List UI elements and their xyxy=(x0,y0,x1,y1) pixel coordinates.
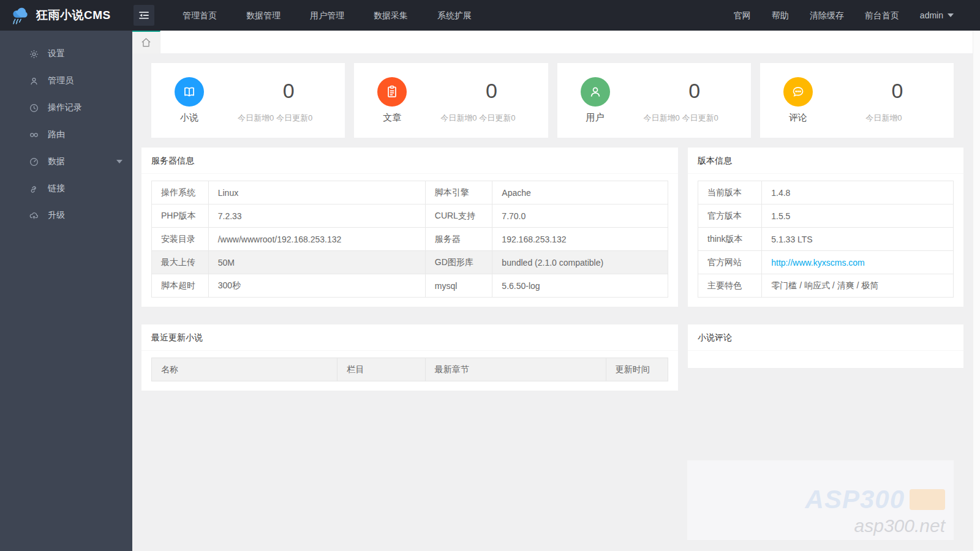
sidebar-item-label: 升级 xyxy=(48,210,65,221)
panel-title: 服务器信息 xyxy=(141,148,678,174)
nav-item-official-site[interactable]: 官网 xyxy=(723,0,761,31)
recent-novels-panel: 最近更新小说 名称 栏目 最新章节 更新时间 xyxy=(141,324,678,391)
logo[interactable]: 狂雨小说CMS xyxy=(0,5,132,26)
table-row: 官方版本 1.5.5 xyxy=(698,204,954,228)
app-root: 狂雨小说CMS 管理首页 数据管理 用户管理 数据采集 系统扩展 官网 帮助 清… xyxy=(0,0,980,551)
main-menu: 管理首页 数据管理 用户管理 数据采集 系统扩展 xyxy=(168,0,486,31)
stat-card-users: 用户 0 今日新增0 今日更新0 xyxy=(557,63,751,138)
stat-value: 0 xyxy=(891,79,903,103)
stat-value: 0 xyxy=(688,79,700,103)
table-row: 当前版本 1.4.8 xyxy=(698,181,954,204)
sidebar-item-label: 链接 xyxy=(48,183,65,194)
logo-cloud-icon xyxy=(10,5,31,26)
home-icon xyxy=(140,37,152,48)
stat-value: 0 xyxy=(486,79,497,103)
nav-item-user-manage[interactable]: 用户管理 xyxy=(295,0,359,31)
secondary-menu: 官网 帮助 清除缓存 前台首页 admin xyxy=(723,0,980,31)
gear-icon xyxy=(29,49,39,59)
sidebar-item-label: 管理员 xyxy=(48,75,74,86)
stat-subtitle: 今日新增0 今日更新0 xyxy=(440,113,515,124)
nav-item-data-manage[interactable]: 数据管理 xyxy=(232,0,295,31)
admin-user-icon xyxy=(29,76,39,86)
column-header: 最新章节 xyxy=(425,358,606,381)
sidebar-collapse-button[interactable] xyxy=(134,5,154,26)
user-menu[interactable]: admin xyxy=(910,0,964,31)
version-info-table: 当前版本 1.4.8 官方版本 1.5.5 think版本 5.1.33 LTS xyxy=(698,181,954,298)
nav-item-data-collect[interactable]: 数据采集 xyxy=(359,0,423,31)
novel-comments-panel: 小说评论 xyxy=(688,324,963,368)
sidebar: 设置 管理员 操作记录 xyxy=(0,31,132,551)
top-navbar: 狂雨小说CMS 管理首页 数据管理 用户管理 数据采集 系统扩展 官网 帮助 清… xyxy=(0,0,980,31)
sidebar-item-admins[interactable]: 管理员 xyxy=(0,67,132,94)
recent-novels-table: 名称 栏目 最新章节 更新时间 xyxy=(151,358,668,381)
chevron-down-icon xyxy=(948,13,954,17)
panel-title: 最近更新小说 xyxy=(141,324,678,351)
table-row: 官方网站 http://www.kyxscms.com xyxy=(698,251,954,274)
tab-home[interactable] xyxy=(132,31,160,53)
nav-item-system-extend[interactable]: 系统扩展 xyxy=(423,0,486,31)
watermark-panel: ASP300 asp300.net xyxy=(687,460,954,540)
stat-label: 用户 xyxy=(586,112,605,124)
clock-icon xyxy=(29,103,39,113)
stat-subtitle: 今日新增0 xyxy=(865,113,902,124)
nav-item-admin-home[interactable]: 管理首页 xyxy=(168,0,232,31)
sidebar-item-label: 设置 xyxy=(48,48,65,59)
official-website-link[interactable]: http://www.kyxscms.com xyxy=(771,258,864,268)
nav-item-clear-cache[interactable]: 清除缓存 xyxy=(799,0,854,31)
column-header: 名称 xyxy=(152,358,337,381)
stat-label: 评论 xyxy=(789,112,807,124)
stat-card-novels: 小说 0 今日新增0 今日更新0 xyxy=(151,63,345,138)
sidebar-item-upgrade[interactable]: 升级 xyxy=(0,202,132,229)
sidebar-item-operation-log[interactable]: 操作记录 xyxy=(0,94,132,121)
panel-title: 小说评论 xyxy=(688,324,963,351)
comment-icon xyxy=(783,77,813,107)
stat-card-comments: 评论 0 今日新增0 xyxy=(760,63,954,138)
stat-value: 0 xyxy=(283,79,295,103)
link-icon xyxy=(29,184,39,194)
person-icon xyxy=(581,77,610,107)
stat-label: 小说 xyxy=(180,112,198,124)
stat-subtitle: 今日新增0 今日更新0 xyxy=(238,113,312,124)
column-header: 更新时间 xyxy=(606,358,668,381)
table-row: think版本 5.1.33 LTS xyxy=(698,228,954,251)
sidebar-item-routes[interactable]: 路由 xyxy=(0,121,132,148)
stat-subtitle: 今日新增0 今日更新0 xyxy=(644,113,718,124)
watermark-brand: ASP300 xyxy=(805,485,905,514)
gauge-icon xyxy=(29,157,39,167)
sidebar-item-settings[interactable]: 设置 xyxy=(0,40,132,67)
stat-label: 文章 xyxy=(383,112,401,124)
panel-title: 版本信息 xyxy=(688,148,963,174)
clipboard-icon xyxy=(377,77,407,107)
version-info-panel: 版本信息 当前版本 1.4.8 官方版本 1. xyxy=(688,148,963,307)
table-row: 主要特色 零门槛 / 响应式 / 清爽 / 极简 xyxy=(698,274,954,298)
server-info-table: 操作系统Linux 脚本引擎Apache PHP版本7.2.33 CURL支持7… xyxy=(151,181,668,298)
nav-item-help[interactable]: 帮助 xyxy=(761,0,799,31)
table-row: PHP版本7.2.33 CURL支持7.70.0 xyxy=(152,204,668,228)
app-title: 狂雨小说CMS xyxy=(36,7,111,23)
collapse-icon xyxy=(138,9,150,21)
stat-cards-row: 小说 0 今日新增0 今日更新0 文章 xyxy=(141,63,963,138)
sidebar-item-label: 路由 xyxy=(48,129,65,140)
watermark-domain: asp300.net xyxy=(805,515,945,536)
tab-strip xyxy=(132,31,973,53)
book-icon xyxy=(175,77,204,107)
sidebar-item-label: 数据 xyxy=(48,156,65,167)
username: admin xyxy=(920,0,943,31)
stat-card-articles: 文章 0 今日新增0 今日更新0 xyxy=(354,63,548,138)
column-header: 栏目 xyxy=(337,358,425,381)
table-header-row: 名称 栏目 最新章节 更新时间 xyxy=(152,358,668,381)
watermark-badge xyxy=(910,489,945,510)
table-row: 操作系统Linux 脚本引擎Apache xyxy=(152,181,668,204)
table-row: 脚本超时300秒 mysql5.6.50-log xyxy=(152,274,668,298)
table-row: 最大上传50M GD图形库bundled (2.1.0 compatible) xyxy=(152,251,668,274)
server-info-panel: 服务器信息 操作系统Linux 脚本引擎Apache PHP版本7.2.33 xyxy=(141,148,678,307)
nav-item-front-home[interactable]: 前台首页 xyxy=(854,0,910,31)
chevron-down-icon xyxy=(116,160,123,163)
sidebar-item-data[interactable]: 数据 xyxy=(0,148,132,175)
empty-comments-body xyxy=(688,351,963,368)
table-row: 安装目录/www/wwwroot/192.168.253.132 服务器192.… xyxy=(152,228,668,251)
route-icon xyxy=(29,130,39,140)
scrollbar[interactable] xyxy=(973,31,980,551)
sidebar-item-links[interactable]: 链接 xyxy=(0,175,132,202)
sidebar-item-label: 操作记录 xyxy=(48,102,82,113)
